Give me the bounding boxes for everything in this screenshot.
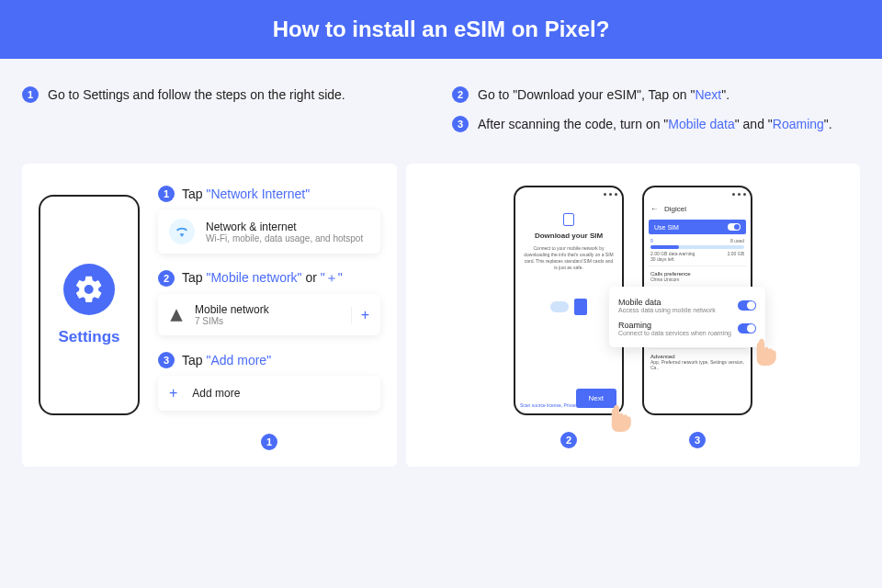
card-title: Network & internet (206, 220, 363, 233)
roaming-row[interactable]: Roaming Connect to data services when ro… (618, 317, 756, 340)
data-usage-section: 0 8 used 2.00 GB data warning 2.00 GB 30… (649, 234, 746, 266)
sim-icon (563, 213, 574, 226)
mobile-data-roaming-card: Mobile data Access data using mobile net… (609, 287, 765, 347)
panel-phone-screens: Download your SIM Connect to your mobile… (406, 164, 860, 467)
step-1-badge: 1 (22, 86, 39, 103)
card-title: Mobile network (195, 303, 269, 316)
status-bar (520, 193, 617, 200)
use-sim-row[interactable]: Use SIM (649, 220, 746, 234)
substep-network-internet: 1 Tap "Network Internet" Network & inter… (158, 186, 380, 254)
panel-2-badge: 2 (560, 432, 577, 448)
back-arrow-icon[interactable]: ← (650, 204, 659, 213)
step-1-text: Go to Settings and follow the steps on t… (48, 87, 345, 102)
step-3: 3 After scanning the code, turn on "Mobi… (452, 116, 860, 132)
plus-icon: + (169, 385, 177, 401)
signal-icon (169, 308, 184, 322)
card-mobile-network[interactable]: Mobile network 7 SIMs + (158, 294, 380, 335)
wifi-icon (169, 219, 195, 244)
gear-icon (63, 264, 115, 315)
hand-pointer-icon (751, 333, 778, 366)
carrier-title: Digicel (664, 205, 686, 213)
page-title: How to install an eSIM on Pixel? (0, 0, 882, 59)
advanced-row[interactable]: Advanced App, Preferred network type, Se… (649, 349, 746, 375)
substep-1-badge: 1 (158, 186, 175, 202)
step-3-badge: 3 (452, 116, 469, 132)
cloud-icon (550, 301, 569, 312)
substep-add-more: 3 Tap "Add more" + Add more (158, 352, 380, 411)
card-subtitle: Wi-Fi, mobile, data usage, and hotspot (206, 233, 363, 243)
download-sim-title: Download your SIM (535, 232, 603, 240)
download-illustration (550, 299, 587, 315)
panel-1-badge: 1 (261, 434, 277, 450)
mobile-data-toggle[interactable] (738, 300, 756, 311)
status-bar (649, 193, 746, 200)
download-sim-desc: Connect to your mobile network by downlo… (520, 245, 617, 271)
phone-mock-settings: Settings (39, 195, 140, 415)
add-more-label: Add more (192, 387, 240, 400)
card-network-internet[interactable]: Network & internet Wi-Fi, mobile, data u… (158, 209, 380, 254)
phone-mock-download-sim: Download your SIM Connect to your mobile… (514, 186, 624, 415)
step-2: 2 Go to "Download your eSIM", Tap on "Ne… (452, 86, 860, 103)
substep-3-badge: 3 (158, 352, 175, 368)
settings-title: Settings (58, 328, 119, 346)
card-add-more[interactable]: + Add more (158, 376, 380, 411)
step-2-badge: 2 (452, 86, 469, 103)
use-sim-toggle[interactable] (728, 223, 741, 231)
plus-icon[interactable]: + (351, 307, 369, 323)
mobile-data-row[interactable]: Mobile data Access data using mobile net… (618, 294, 756, 317)
top-steps: 1 Go to Settings and follow the steps on… (0, 59, 882, 154)
substep-mobile-network: 2 Tap "Mobile network" or "＋" Mobile net… (158, 270, 380, 335)
panel-3-badge: 3 (689, 432, 706, 448)
substep-2-badge: 2 (158, 270, 175, 287)
calls-preference-row[interactable]: Calls preference China Unicom (649, 266, 746, 288)
hand-pointer-icon (605, 399, 633, 432)
card-subtitle: 7 SIMs (195, 316, 269, 326)
panel-settings-steps: Settings 1 Tap "Network Internet" Networ… (22, 164, 397, 467)
step-1: 1 Go to Settings and follow the steps on… (22, 86, 430, 103)
sim-card-icon (574, 299, 587, 315)
step-2-text: Go to "Download your eSIM", Tap on "Next… (478, 87, 729, 102)
step-3-text: After scanning the code, turn on "Mobile… (478, 117, 832, 131)
